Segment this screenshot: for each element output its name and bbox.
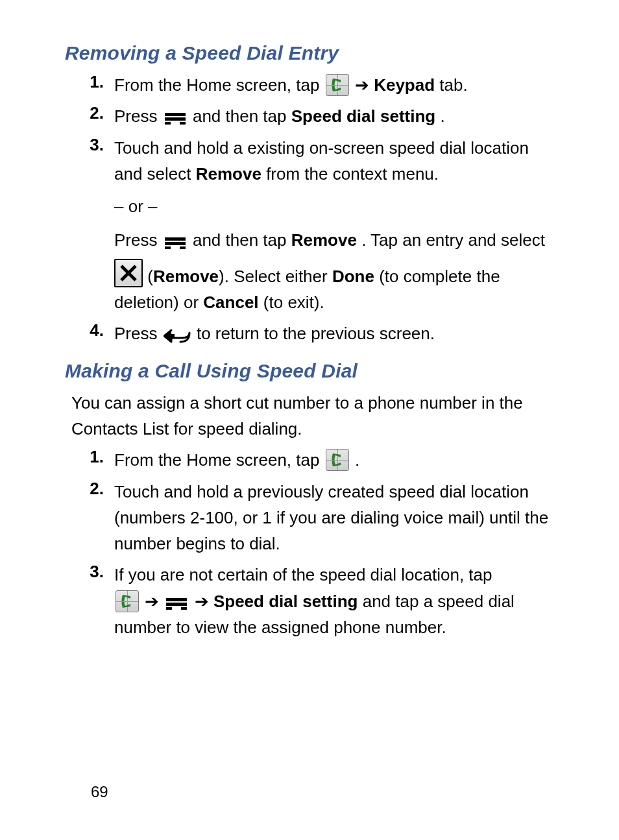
svg-rect-6: [165, 242, 186, 245]
step-2: 2. Touch and hold a previously created s…: [83, 479, 561, 557]
menu-icon: [164, 112, 187, 126]
step-number: 1.: [83, 447, 114, 467]
phone-icon: [326, 74, 349, 96]
menu-icon: [164, 236, 187, 250]
or-divider: – or –: [114, 193, 561, 219]
svg-rect-1: [165, 113, 186, 116]
step-4: 4. Press to return to the previous scree…: [83, 320, 561, 346]
intro-paragraph: You can assign a short cut number to a p…: [71, 390, 561, 442]
menu-icon: [165, 597, 188, 611]
text: and then tap: [193, 230, 291, 250]
text-bold: Keypad: [374, 75, 435, 95]
text-bold: Remove: [153, 267, 219, 286]
svg-rect-8: [180, 246, 186, 249]
text: .: [440, 106, 444, 126]
text: ➔: [355, 75, 374, 95]
step-1: 1. From the Home screen, tap .: [83, 447, 561, 473]
svg-marker-11: [164, 330, 175, 342]
text: Press: [114, 230, 162, 250]
step-body: Press and then tap Speed dial setting .: [114, 103, 445, 129]
text: . Tap an entry and select: [361, 230, 545, 250]
text: to return to the previous screen.: [197, 324, 435, 343]
heading-making-call-speed-dial: Making a Call Using Speed Dial: [65, 360, 561, 382]
steps-section1: 1. From the Home screen, tap ➔ Keypad ta…: [83, 72, 561, 347]
svg-rect-12: [166, 598, 187, 601]
step-body: From the Home screen, tap .: [114, 447, 359, 473]
heading-removing-speed-dial: Removing a Speed Dial Entry: [65, 42, 561, 64]
step-2: 2. Press and then tap Speed dial setting…: [83, 103, 561, 129]
step-3: 3. If you are not certain of the speed d…: [83, 562, 561, 640]
svg-rect-4: [180, 122, 186, 125]
svg-rect-13: [166, 603, 187, 606]
text: Press: [114, 324, 162, 343]
step-body: Touch and hold a previously created spee…: [114, 479, 561, 557]
page-number: 69: [91, 783, 108, 801]
text: tab.: [439, 75, 467, 95]
text-bold: Remove: [196, 164, 261, 184]
text: (to exit).: [263, 293, 324, 312]
text-bold: Remove: [291, 230, 357, 250]
remove-x-icon: [114, 259, 143, 287]
text: and then tap: [193, 106, 291, 126]
step-body: From the Home screen, tap ➔ Keypad tab.: [114, 72, 468, 98]
text: .: [355, 450, 359, 470]
step-3: 3. Touch and hold a existing on-screen s…: [83, 135, 561, 316]
step-number: 4.: [83, 320, 114, 341]
text: ). Select either: [219, 267, 332, 286]
step-number: 3.: [83, 562, 114, 582]
manual-page: Removing a Speed Dial Entry 1. From the …: [0, 0, 619, 840]
step-body: Touch and hold a existing on-screen spee…: [114, 135, 561, 316]
svg-rect-14: [166, 607, 172, 610]
step-number: 2.: [83, 479, 114, 499]
steps-section2: 1. From the Home screen, tap . 2. Touch …: [83, 447, 561, 640]
svg-rect-5: [165, 237, 186, 241]
text-bold: Speed dial setting: [291, 106, 436, 126]
step-body: If you are not certain of the speed dial…: [114, 562, 561, 640]
text: (: [147, 267, 153, 286]
text: Press: [114, 106, 162, 126]
step-1: 1. From the Home screen, tap ➔ Keypad ta…: [83, 72, 561, 98]
svg-rect-15: [181, 607, 187, 610]
phone-icon: [115, 590, 139, 612]
step-body: Press to return to the previous screen.: [114, 320, 435, 346]
text-bold: Cancel: [203, 293, 258, 312]
text: From the Home screen, tap: [114, 75, 324, 95]
step-number: 3.: [83, 135, 114, 155]
step-number: 2.: [83, 103, 114, 123]
svg-rect-3: [165, 122, 171, 125]
svg-rect-2: [165, 117, 186, 121]
text-bold: Speed dial setting: [213, 592, 358, 611]
text: ➔: [145, 592, 164, 611]
text: from the context menu.: [266, 164, 439, 184]
step-number: 1.: [83, 72, 114, 92]
phone-icon: [326, 449, 349, 471]
text-bold: Done: [332, 267, 374, 286]
step-3-alt: Press and then tap Remove . Tap an entry…: [114, 227, 561, 315]
text: If you are not certain of the speed dial…: [114, 565, 492, 584]
text: From the Home screen, tap: [114, 450, 324, 470]
text: ➔: [195, 592, 213, 611]
back-icon: [164, 328, 191, 345]
svg-rect-7: [165, 246, 171, 249]
